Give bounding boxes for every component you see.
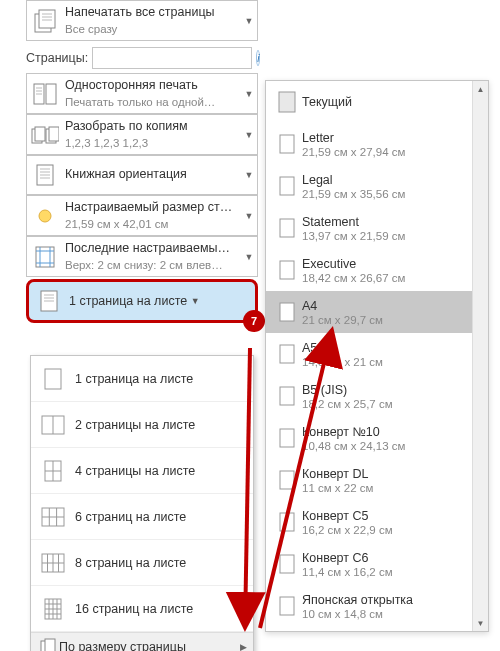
paper-name: Конверт DL — [302, 467, 466, 481]
scale-icon — [37, 638, 59, 652]
svg-rect-56 — [280, 219, 294, 237]
paper-size-dropdown[interactable]: Настраиваемый размер ст… 21,59 см x 42,0… — [26, 195, 258, 236]
menu-item-2-pages[interactable]: 2 страницы на листе — [31, 402, 253, 448]
pages-per-sheet-title: 1 страница на листе — [69, 294, 187, 308]
paper-icon — [272, 217, 302, 239]
menu-item-label: 6 страниц на листе — [75, 510, 186, 524]
paper-dim: 10 см x 14,8 см — [302, 608, 466, 620]
menu-item-16-pages[interactable]: 16 страниц на листе — [31, 586, 253, 632]
collate-sub: 1,2,3 1,2,3 1,2,3 — [65, 136, 239, 150]
orientation-dropdown[interactable]: Книжная ориентация ▼ — [26, 155, 258, 195]
paper-size-option[interactable]: B5 (JIS)18,2 см x 25,7 см — [266, 375, 472, 417]
collate-title: Разобрать по копиям — [65, 119, 239, 135]
paper-dim: 21 см x 29,7 см — [302, 314, 466, 326]
scale-to-paper-size[interactable]: По размеру страницы ▶ — [31, 632, 253, 651]
paper-icon — [272, 553, 302, 575]
svg-rect-54 — [280, 135, 294, 153]
paper-size-option[interactable]: Executive18,42 см x 26,67 см — [266, 249, 472, 291]
paper-icon — [272, 133, 302, 155]
single-side-icon — [27, 76, 63, 112]
collate-dropdown[interactable]: Разобрать по копиям 1,2,3 1,2,3 1,2,3 ▼ — [26, 114, 258, 155]
paper-icon — [272, 301, 302, 323]
pages-input[interactable] — [92, 47, 252, 69]
pages-per-sheet-menu: 1 страница на листе 2 страницы на листе … — [30, 355, 254, 651]
paper-name: Letter — [302, 131, 466, 145]
margins-icon — [27, 239, 63, 275]
paper-size-current[interactable]: Текущий — [266, 81, 472, 123]
paper-icon — [272, 595, 302, 617]
svg-rect-57 — [280, 261, 294, 279]
menu-item-4-pages[interactable]: 4 страницы на листе — [31, 448, 253, 494]
margins-sub: Верх: 2 см снизу: 2 см влев… — [65, 258, 239, 272]
chevron-down-icon: ▼ — [241, 170, 257, 180]
paper-size-option[interactable]: Letter21,59 см x 27,94 см — [266, 123, 472, 165]
menu-item-1-page[interactable]: 1 страница на листе — [31, 356, 253, 402]
paper-dim: 14,8 см x 21 см — [302, 356, 466, 368]
svg-rect-52 — [45, 639, 55, 652]
svg-rect-20 — [36, 247, 54, 267]
chevron-right-icon: ▶ — [240, 642, 247, 652]
margins-title: Последние настраиваемы… — [65, 241, 239, 257]
grid-4-icon — [31, 458, 75, 484]
menu-item-8-pages[interactable]: 8 страниц на листе — [31, 540, 253, 586]
paper-size-option[interactable]: Конверт DL11 см x 22 см — [266, 459, 472, 501]
paper-size-option[interactable]: Legal21,59 см x 35,56 см — [266, 165, 472, 207]
chevron-down-icon: ▼ — [241, 211, 257, 221]
custom-size-icon — [27, 198, 63, 234]
paper-icon — [272, 175, 302, 197]
paper-size-option[interactable]: A421 см x 29,7 см — [266, 291, 472, 333]
paper-size-option[interactable]: Statement13,97 см x 21,59 см — [266, 207, 472, 249]
paper-size-title: Настраиваемый размер ст… — [65, 200, 239, 216]
paper-icon — [272, 511, 302, 533]
paper-current-label: Текущий — [302, 95, 466, 109]
info-icon[interactable]: i — [256, 50, 260, 66]
paper-icon — [272, 469, 302, 491]
duplex-dropdown[interactable]: Односторонняя печать Печатать только на … — [26, 73, 258, 114]
paper-dim: 10,48 см x 24,13 см — [302, 440, 466, 452]
margins-dropdown[interactable]: Последние настраиваемы… Верх: 2 см снизу… — [26, 236, 258, 277]
pages-label: Страницы: — [26, 51, 88, 65]
paper-dim: 18,42 см x 26,67 см — [302, 272, 466, 284]
paper-dim: 13,97 см x 21,59 см — [302, 230, 466, 242]
pages-per-sheet-dropdown[interactable]: 1 страница на листе ▼ 7 — [26, 279, 258, 323]
svg-rect-53 — [279, 92, 295, 112]
print-range-dropdown[interactable]: Напечатать все страницы Все сразу ▼ — [26, 0, 258, 41]
svg-rect-6 — [46, 84, 56, 104]
paper-name: Конверт C6 — [302, 551, 466, 565]
scroll-up-icon[interactable]: ▲ — [473, 81, 488, 97]
paper-name: A4 — [302, 299, 466, 313]
menu-item-6-pages[interactable]: 6 страниц на листе — [31, 494, 253, 540]
paper-name: Конверт C5 — [302, 509, 466, 523]
paper-name: Executive — [302, 257, 466, 271]
paper-size-option[interactable]: Японская открытка10 см x 14,8 см — [266, 585, 472, 627]
print-range-sub: Все сразу — [65, 22, 239, 36]
svg-rect-58 — [280, 303, 294, 321]
svg-rect-1 — [39, 10, 55, 28]
grid-16-icon — [31, 596, 75, 622]
paper-size-option[interactable]: Конверт C611,4 см x 16,2 см — [266, 543, 472, 585]
paper-size-option[interactable]: A514,8 см x 21 см — [266, 333, 472, 375]
svg-rect-59 — [280, 345, 294, 363]
paper-dim: 11 см x 22 см — [302, 482, 466, 494]
page-stack-icon — [27, 3, 63, 39]
svg-rect-29 — [45, 369, 61, 389]
svg-point-19 — [39, 210, 51, 222]
one-page-icon — [29, 289, 69, 313]
scrollbar[interactable]: ▲ ▼ — [472, 81, 488, 631]
portrait-icon — [27, 157, 63, 193]
orientation-title: Книжная ориентация — [65, 167, 239, 183]
chevron-down-icon: ▼ — [241, 130, 257, 140]
paper-size-option[interactable]: Конверт №1010,48 см x 24,13 см — [266, 417, 472, 459]
svg-rect-61 — [280, 429, 294, 447]
pages-row: Страницы: i — [26, 47, 258, 69]
step-badge: 7 — [243, 310, 265, 332]
paper-name: Legal — [302, 173, 466, 187]
menu-item-label: 8 страниц на листе — [75, 556, 186, 570]
paper-size-option[interactable]: Конверт C516,2 см x 22,9 см — [266, 501, 472, 543]
svg-rect-11 — [35, 127, 45, 141]
svg-rect-64 — [280, 555, 294, 573]
grid-2-icon — [31, 414, 75, 436]
chevron-down-icon: ▼ — [241, 252, 257, 262]
menu-item-label: 2 страницы на листе — [75, 418, 195, 432]
scroll-down-icon[interactable]: ▼ — [473, 615, 488, 631]
